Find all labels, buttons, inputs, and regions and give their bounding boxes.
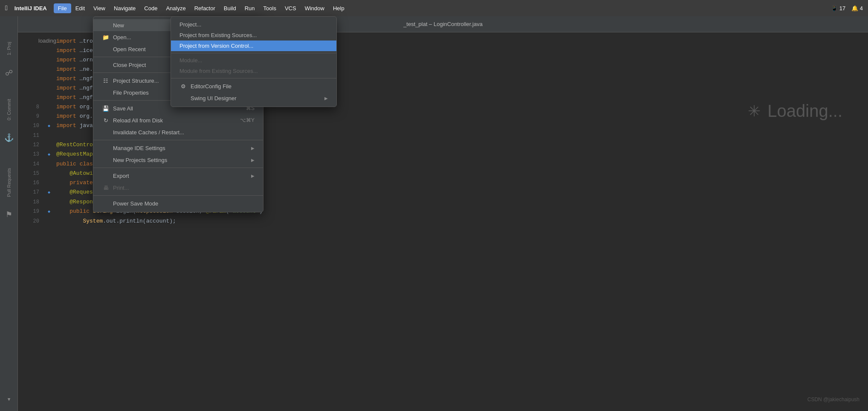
editor-config-icon: ⚙	[179, 82, 187, 90]
new-projects-label: New Projects Settings	[113, 157, 248, 163]
menu-tools[interactable]: Tools	[259, 3, 281, 13]
menu-refactor[interactable]: Refactor	[190, 3, 220, 13]
menu-item-reload[interactable]: ↻ Reload All from Disk ⌥⌘Y	[93, 114, 263, 126]
close-project-icon	[102, 61, 110, 69]
folder-icon: 📁	[102, 33, 110, 41]
project-vcs-label: Project from Version Control...	[179, 43, 328, 49]
separator-6	[93, 195, 263, 196]
separator-5	[93, 168, 263, 168]
sidebar-icon-commit[interactable]: ☍	[5, 68, 13, 78]
menu-item-print: 🖶 Print...	[93, 182, 263, 194]
reload-label: Reload All from Disk	[113, 117, 237, 124]
invalidate-label: Invalidate Caches / Restart...	[113, 129, 255, 136]
separator-4	[93, 140, 263, 140]
project-label: Project...	[179, 21, 328, 28]
menu-file[interactable]: File	[54, 3, 71, 13]
menu-vcs[interactable]: VCS	[281, 3, 301, 13]
app-name: IntelliJ IDEA	[14, 5, 47, 12]
save-all-icon: 💾	[102, 104, 110, 112]
sidebar-item-commit[interactable]: 0: Commit	[6, 99, 12, 120]
submenu-item-editor-config[interactable]: ⚙ EditorConfig File	[171, 80, 336, 92]
submenu-item-project-existing[interactable]: Project from Existing Sources...	[171, 30, 336, 41]
menu-navigate[interactable]: Navigate	[110, 3, 140, 13]
reload-icon: ↻	[102, 116, 110, 124]
menu-run[interactable]: Run	[240, 3, 259, 13]
manage-ide-icon	[102, 144, 110, 152]
sidebar-icon-deploy[interactable]: ⚑	[6, 210, 12, 219]
menu-item-power-save[interactable]: Power Save Mode	[93, 197, 263, 209]
swing-ui-arrow: ▶	[324, 96, 328, 101]
new-projects-icon	[102, 156, 110, 164]
menu-item-export[interactable]: Export ▶	[93, 170, 263, 182]
menu-item-invalidate[interactable]: Invalidate Caches / Restart...	[93, 126, 263, 138]
apple-menu[interactable]: 	[5, 4, 8, 12]
submenu-new: Project... Project from Existing Sources…	[171, 16, 337, 107]
module-label: Module...	[179, 57, 328, 64]
invalidate-icon	[102, 128, 110, 136]
new-icon	[102, 21, 110, 29]
menu-window[interactable]: Window	[301, 3, 329, 13]
project-existing-label: Project from Existing Sources...	[179, 32, 328, 38]
menu-help[interactable]: Help	[329, 3, 349, 13]
menu-analyze[interactable]: Analyze	[162, 3, 190, 13]
menu-view[interactable]: View	[89, 3, 110, 13]
notification-icon[interactable]: 🔔 4	[851, 5, 863, 12]
code-line-20: 20 System.out.println(account);	[18, 217, 868, 226]
export-icon	[102, 172, 110, 179]
submenu-item-project[interactable]: Project...	[171, 19, 336, 30]
submenu-item-project-vcs[interactable]: Project from Version Control...	[171, 41, 336, 51]
window-title: _test_plat – LoginController.java	[403, 21, 483, 27]
menu-bar-right: 📱 17 🔔 4	[831, 5, 863, 12]
editor-config-label: EditorConfig File	[191, 83, 328, 90]
sidebar-left: 1: Proj ☍ 0: Commit ⚓ Pull Requests ⚑ ▲	[0, 16, 18, 411]
print-icon: 🖶	[102, 184, 110, 191]
sidebar-item-services[interactable]: ▲	[6, 397, 12, 402]
menu-edit[interactable]: Edit	[71, 3, 89, 13]
menu-code[interactable]: Code	[140, 3, 162, 13]
sidebar-item-pull[interactable]: Pull Requests	[6, 168, 12, 197]
reload-shortcut: ⌥⌘Y	[240, 117, 255, 123]
watermark: CSDN @jakiechaipush	[807, 397, 859, 402]
submenu-item-swing-ui[interactable]: Swing UI Designer ▶	[171, 92, 336, 104]
swing-ui-icon	[179, 94, 187, 102]
manage-ide-label: Manage IDE Settings	[113, 145, 248, 151]
module-existing-label: Module from Existing Sources...	[179, 68, 328, 74]
power-save-label: Power Save Mode	[113, 200, 255, 207]
sidebar-icon-git[interactable]: ⚓	[4, 133, 14, 142]
submenu-item-module-existing: Module from Existing Sources...	[171, 66, 336, 76]
loading-text: Loading...	[767, 101, 842, 121]
wechat-icon[interactable]: 📱 17	[831, 5, 845, 12]
export-arrow: ▶	[251, 174, 255, 178]
power-save-icon	[102, 200, 110, 207]
submenu-sep-2	[171, 78, 336, 78]
export-label: Export	[113, 173, 248, 179]
project-structure-icon: ☷	[102, 77, 110, 84]
menu-item-manage-ide[interactable]: Manage IDE Settings ▶	[93, 142, 263, 154]
submenu-sep-1	[171, 53, 336, 53]
open-recent-icon	[102, 45, 110, 53]
new-projects-arrow: ▶	[251, 158, 255, 162]
file-properties-icon	[102, 89, 110, 96]
submenu-item-module: Module...	[171, 55, 336, 66]
manage-ide-arrow: ▶	[251, 146, 255, 151]
menu-item-new-projects[interactable]: New Projects Settings ▶	[93, 154, 263, 166]
loading-overlay: ✳ Loading...	[748, 101, 842, 121]
menu-build[interactable]: Build	[220, 3, 240, 13]
print-label: Print...	[113, 185, 255, 191]
swing-ui-label: Swing UI Designer	[191, 95, 321, 101]
sidebar-item-project[interactable]: 1: Proj	[6, 42, 12, 55]
menu-bar:  IntelliJ IDEA File Edit View Navigate …	[0, 0, 868, 16]
spinner-icon: ✳	[748, 102, 761, 120]
